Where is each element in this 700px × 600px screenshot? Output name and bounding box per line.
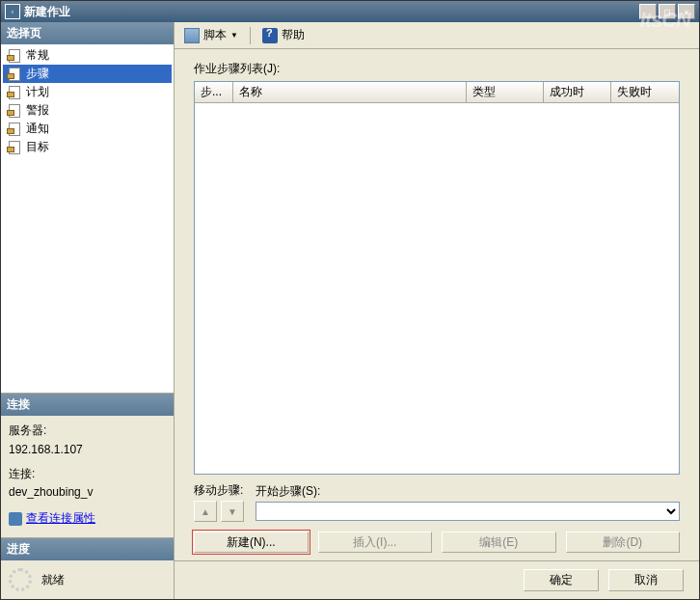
server-value: 192.168.1.107 — [9, 441, 166, 459]
toolbar: 脚本 ▼ 帮助 — [175, 22, 699, 49]
script-button[interactable]: 脚本 ▼ — [180, 25, 242, 45]
nav-item-schedules[interactable]: 计划 — [3, 83, 172, 101]
step-list[interactable]: 步... 名称 类型 成功时 失败时 — [194, 81, 680, 475]
nav-item-general[interactable]: 常规 — [3, 46, 172, 65]
help-button[interactable]: 帮助 — [258, 25, 309, 45]
move-up-button[interactable]: ▲ — [194, 501, 217, 522]
nav-item-notifications[interactable]: 通知 — [3, 120, 172, 138]
page-icon — [7, 49, 22, 63]
nav-label: 目标 — [26, 139, 49, 155]
help-label: 帮助 — [282, 27, 305, 43]
window-title: 新建作业 — [24, 4, 639, 20]
page-icon — [7, 104, 22, 118]
connection-label: 连接: — [9, 465, 166, 483]
delete-button[interactable]: 删除(D) — [566, 532, 681, 553]
start-step-select[interactable] — [256, 502, 680, 521]
page-icon — [7, 141, 22, 154]
toolbar-separator — [250, 27, 251, 44]
step-list-label: 作业步骤列表(J): — [194, 61, 680, 77]
cancel-button[interactable]: 取消 — [608, 569, 684, 591]
page-icon — [7, 123, 22, 136]
body-area: 选择页 常规 步骤 计划 警报 通知 目标 连接 服务器: 192.168.1.… — [1, 22, 699, 599]
connection-section: 连接 服务器: 192.168.1.107 连接: dev_zhoubing_v… — [1, 393, 174, 537]
dialog-window: ▫ 新建作业 _ □ ✕ 选择页 常规 步骤 计划 警报 通知 目标 连接 服务… — [0, 0, 700, 600]
link-text: 查看连接属性 — [26, 509, 95, 528]
nav-label: 常规 — [26, 47, 49, 64]
nav-tree: 常规 步骤 计划 警报 通知 目标 — [1, 44, 174, 393]
titlebar: ▫ 新建作业 _ □ ✕ — [1, 1, 699, 22]
footer: 确定 取消 — [175, 560, 699, 599]
connection-icon — [9, 512, 22, 526]
minimize-button[interactable]: _ — [639, 4, 657, 19]
nav-label: 步骤 — [26, 66, 49, 82]
connection-header: 连接 — [1, 394, 174, 416]
close-button[interactable]: ✕ — [678, 4, 695, 19]
list-body — [195, 103, 679, 474]
nav-label: 计划 — [26, 84, 49, 100]
move-label: 移动步骤: — [194, 482, 244, 499]
window-buttons: _ □ ✕ — [639, 4, 695, 19]
script-label: 脚本 — [203, 27, 227, 43]
page-icon — [7, 86, 22, 99]
content-area: 作业步骤列表(J): 步... 名称 类型 成功时 失败时 移动步骤: — [175, 49, 699, 560]
progress-body: 就绪 — [1, 560, 174, 599]
nav-item-alerts[interactable]: 警报 — [3, 101, 172, 120]
col-name[interactable]: 名称 — [233, 82, 467, 102]
right-panel: 脚本 ▼ 帮助 作业步骤列表(J): 步... 名称 类型 成功时 — [175, 22, 699, 599]
list-header: 步... 名称 类型 成功时 失败时 — [195, 82, 679, 103]
action-row: 新建(N)... 插入(I)... 编辑(E) 删除(D) — [194, 532, 680, 553]
app-icon: ▫ — [5, 4, 20, 19]
nav-label: 警报 — [26, 102, 49, 119]
connection-value: dev_zhoubing_v — [9, 483, 166, 502]
col-success[interactable]: 成功时 — [544, 82, 611, 102]
left-panel: 选择页 常规 步骤 计划 警报 通知 目标 连接 服务器: 192.168.1.… — [1, 22, 175, 599]
new-button[interactable]: 新建(N)... — [194, 532, 309, 553]
maximize-button[interactable]: □ — [659, 4, 676, 19]
edit-button[interactable]: 编辑(E) — [442, 532, 556, 553]
chevron-down-icon: ▼ — [230, 31, 238, 40]
ok-button[interactable]: 确定 — [524, 569, 599, 591]
connection-body: 服务器: 192.168.1.107 连接: dev_zhoubing_v 查看… — [1, 416, 174, 537]
view-connection-properties-link[interactable]: 查看连接属性 — [9, 509, 95, 528]
move-row: 移动步骤: ▲ ▼ 开始步骤(S): — [194, 482, 680, 522]
col-fail[interactable]: 失败时 — [611, 82, 679, 102]
progress-header: 进度 — [1, 538, 174, 560]
server-label: 服务器: — [9, 422, 166, 440]
nav-label: 通知 — [26, 121, 49, 137]
insert-button[interactable]: 插入(I)... — [318, 532, 433, 553]
help-icon — [262, 28, 278, 43]
start-step-label: 开始步骤(S): — [256, 483, 680, 500]
spinner-icon — [9, 568, 32, 591]
col-step[interactable]: 步... — [195, 82, 233, 102]
nav-item-steps[interactable]: 步骤 — [3, 65, 172, 83]
progress-status: 就绪 — [41, 572, 65, 588]
script-icon — [184, 28, 200, 43]
select-page-header: 选择页 — [1, 22, 174, 44]
page-icon — [7, 68, 22, 81]
progress-section: 进度 就绪 — [1, 537, 174, 599]
move-down-button[interactable]: ▼ — [221, 501, 244, 522]
col-type[interactable]: 类型 — [467, 82, 544, 102]
nav-item-targets[interactable]: 目标 — [3, 138, 172, 156]
